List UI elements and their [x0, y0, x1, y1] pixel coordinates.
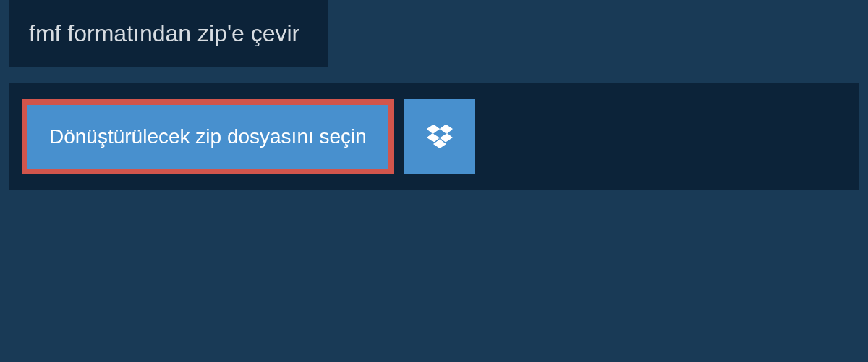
button-row: Dönüştürülecek zip dosyasını seçin — [22, 99, 846, 174]
dropbox-button[interactable] — [404, 99, 475, 174]
choose-file-label: Dönüştürülecek zip dosyasını seçin — [49, 125, 367, 148]
upload-panel: Dönüştürülecek zip dosyasını seçin — [9, 83, 859, 190]
choose-file-button[interactable]: Dönüştürülecek zip dosyasını seçin — [22, 99, 394, 174]
dropbox-icon — [425, 122, 454, 151]
header-tab: fmf formatından zip'e çevir — [9, 0, 328, 67]
page-title: fmf formatından zip'e çevir — [29, 20, 299, 47]
